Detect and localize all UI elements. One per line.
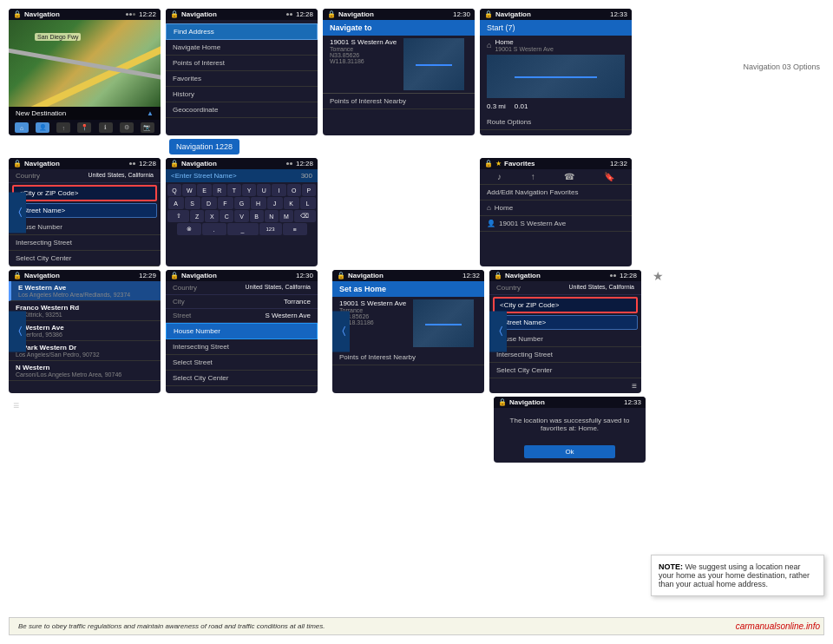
key-V[interactable]: V [234,210,248,222]
fav-home-item[interactable]: ⌂ Home [480,200,632,216]
blue-arrow-5[interactable]: 〈 [9,192,26,233]
key-X[interactable]: X [205,210,219,222]
nav-time-2: 12:28 [296,10,313,18]
dot2 [129,13,132,16]
key-space[interactable]: _ [227,223,259,235]
spacer-success-right [337,397,489,463]
key-D[interactable]: D [201,197,217,209]
key-U[interactable]: U [257,184,271,196]
navigate-home-item[interactable]: Navigate Home [166,40,318,56]
lock-icon-4: 🔒 [484,10,493,18]
select-city-center-10[interactable]: Select City Center [166,371,318,386]
new-dest-label: New Destination [16,109,66,117]
geocoordinate-item[interactable]: Geocoordinate [166,102,318,118]
blue-arrow-12[interactable]: 〈 [489,312,507,352]
lock-icon-13: 🔒 [498,398,507,406]
icon-info[interactable]: ℹ [99,122,113,133]
blue-arrow-11[interactable]: 〈 [332,312,350,352]
history-item[interactable]: History [166,87,318,102]
set-home-label: Set as Home [339,285,386,293]
result-5[interactable]: N Western Carson/Los Angeles Metro Area,… [9,361,161,381]
key-E[interactable]: E [197,184,211,196]
key-J[interactable]: J [267,197,283,209]
city-zip-field-12[interactable]: <City or ZIP Code> [493,297,638,313]
left-arrow-5[interactable]: 〈 [9,192,26,233]
house-number-5[interactable]: House Number [9,220,161,235]
key-A[interactable]: A [168,197,184,209]
nav-title-11: Navigation [348,272,384,279]
lock-icon-11: 🔒 [337,272,345,279]
distance-info: 0.3 mi 0.01 [487,101,625,112]
points-nearby-item-3[interactable]: Points of Interest Nearby [323,93,475,109]
menu-icon-bottom-icon[interactable]: ≡ [13,399,19,411]
add-edit-nav-item[interactable]: Add/Edit Navigation Favorites [480,185,632,200]
city-zip-field[interactable]: <City or ZIP Code> [12,185,157,201]
key-dot[interactable]: . [202,223,226,235]
key-Q[interactable]: Q [167,184,181,196]
set-home-info: 19001 S Western Ave Torrance N33.85626 W… [332,297,484,350]
screen-header-fav: 🔒 ★ Favorites 12:32 [480,158,632,169]
key-O[interactable]: O [287,184,301,196]
left-arrow-9[interactable]: 〈 [9,312,26,352]
fav-address-item[interactable]: 👤 19001 S Western Ave [480,216,632,232]
icon-camera[interactable]: 📷 [141,122,154,133]
key-F[interactable]: F [218,197,233,209]
points-of-interest-item[interactable]: Points of Interest [166,56,318,71]
points-nearby-11[interactable]: Points of Interest Nearby [332,350,484,365]
blue-arrow-9[interactable]: 〈 [9,312,26,352]
city-value-10: Torrance [284,298,311,306]
street-name-field-12[interactable]: <Street Name> [493,315,638,330]
menu-icon-12[interactable]: ≡ [632,381,637,391]
intersecting-street-12[interactable]: Intersecting Street [489,347,641,363]
intersecting-street-5[interactable]: Intersecting Street [9,235,161,251]
key-K[interactable]: K [284,197,299,209]
find-address-item[interactable]: Find Address [166,23,318,40]
keyboard-container: Q W E R T Y U I O P A S D F G H [166,182,318,238]
key-N[interactable]: N [265,210,279,222]
header-left-10: 🔒 Navigation [170,272,217,279]
key-T[interactable]: T [227,184,241,196]
icon-settings[interactable]: ⚙ [120,122,134,133]
favorites-item[interactable]: Favorites [166,71,318,87]
key-I[interactable]: I [272,184,285,196]
key-M[interactable]: M [279,210,293,222]
left-arrow-12[interactable]: 〈 [489,312,507,352]
result-1[interactable]: E Western Ave Los Angeles Metro Area/Red… [9,281,161,301]
ok-button[interactable]: Ok [524,445,615,458]
key-R[interactable]: R [213,184,226,196]
select-city-center-12[interactable]: Select City Center [489,363,641,378]
key-G[interactable]: G [234,197,250,209]
left-arrow-11[interactable]: 〈 [332,312,350,352]
select-street-10[interactable]: Select Street [166,355,318,371]
icon-person[interactable]: 👤 [36,122,49,133]
result-3[interactable]: N Western Ave Waterford, 95386 [9,321,161,341]
icon-pin[interactable]: 📍 [77,122,91,133]
key-L[interactable]: L [300,197,316,209]
key-Y[interactable]: Y [242,184,256,196]
key-123[interactable]: 123 [259,223,282,235]
result-4[interactable]: N Park Western Dr Los Angeles/San Pedro,… [9,341,161,361]
key-S[interactable]: S [185,197,200,209]
house-number-12[interactable]: House Number [489,332,641,347]
icon-home[interactable]: ⌂ [15,122,29,133]
key-W[interactable]: W [182,184,196,196]
key-P[interactable]: P [302,184,316,196]
key-del[interactable]: ⌫ [294,210,316,222]
icon-nav[interactable]: ↑ [56,122,70,133]
key-B[interactable]: B [250,210,264,222]
street-name-field-5[interactable]: <Street Name> [12,203,157,218]
key-H[interactable]: H [251,197,266,209]
key-list[interactable]: ≡ [283,223,307,235]
key-C[interactable]: C [220,210,233,222]
house-number-row[interactable]: House Number [166,323,318,339]
key-Z[interactable]: Z [190,210,204,222]
result-2[interactable]: Franco Western Rd McKittrick, 93251 [9,301,161,321]
intersecting-street-10[interactable]: Intersecting Street [166,339,318,355]
route-options-item[interactable]: Route Options [480,115,632,130]
key-shift[interactable]: ⇧ [167,210,189,222]
select-city-center-5[interactable]: Select City Center [9,251,161,266]
city-zip-placeholder: <City or ZIP Code> [19,189,78,197]
spacer-success-mid [323,397,331,463]
key-del2[interactable]: ⊗ [177,223,201,235]
result-sub-3: Waterford, 95386 [16,332,154,338]
